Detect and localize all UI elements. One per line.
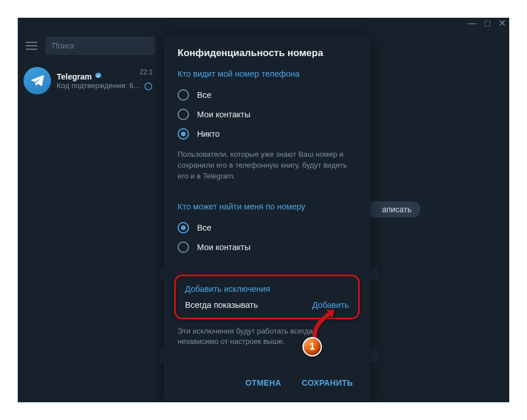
radio-label: Все xyxy=(197,90,211,100)
modal-actions: ОТМЕНА СОХРАНИТЬ xyxy=(164,366,370,401)
radio-icon xyxy=(178,109,189,120)
cancel-button[interactable]: ОТМЕНА xyxy=(237,374,289,392)
save-button[interactable]: СОХРАНИТЬ xyxy=(294,374,361,392)
radio-option-contacts[interactable]: Мои контакты xyxy=(178,105,356,124)
section-hint: Пользователи, которые уже знают Ваш номе… xyxy=(178,149,356,182)
radio-label: Никто xyxy=(197,129,220,138)
radio-label: Мои контакты xyxy=(197,243,250,252)
radio-icon xyxy=(178,128,189,140)
exception-label: Всегда показывать xyxy=(185,300,258,310)
exceptions-highlight-box: Добавить исключения Всегда показывать До… xyxy=(174,275,360,319)
section-title-exceptions: Добавить исключения xyxy=(185,284,349,294)
radio-icon xyxy=(178,241,189,253)
radio-icon xyxy=(178,89,189,101)
modal-title: Конфиденциальность номера xyxy=(178,47,356,59)
section-title-who-finds: Кто может найти меня по номеру xyxy=(178,202,356,211)
radio-option-nobody[interactable]: Никто xyxy=(178,124,356,144)
radio-option-find-everyone[interactable]: Все xyxy=(178,218,356,237)
divider xyxy=(164,192,370,193)
radio-label: Все xyxy=(197,223,211,232)
section-title-who-sees: Кто видит мой номер телефона xyxy=(178,69,356,78)
radio-label: Мои контакты xyxy=(197,110,250,119)
privacy-modal: Конфиденциальность номера Кто видит мой … xyxy=(164,35,370,401)
exceptions-hint: Эти исключения будут работать всегда, не… xyxy=(178,326,356,348)
radio-icon xyxy=(178,222,189,233)
exception-row-always-show[interactable]: Всегда показывать Добавить xyxy=(185,300,349,310)
add-exception-link[interactable]: Добавить xyxy=(312,300,349,310)
radio-option-everyone[interactable]: Все xyxy=(178,85,356,105)
app-window: — □ ✕ Telegram Код подтверждения: 69… xyxy=(18,18,509,402)
radio-option-find-contacts[interactable]: Мои контакты xyxy=(178,237,356,257)
divider xyxy=(164,265,370,266)
modal-overlay: Конфиденциальность номера Кто видит мой … xyxy=(18,18,509,402)
annotation-badge: 1 xyxy=(302,337,322,356)
